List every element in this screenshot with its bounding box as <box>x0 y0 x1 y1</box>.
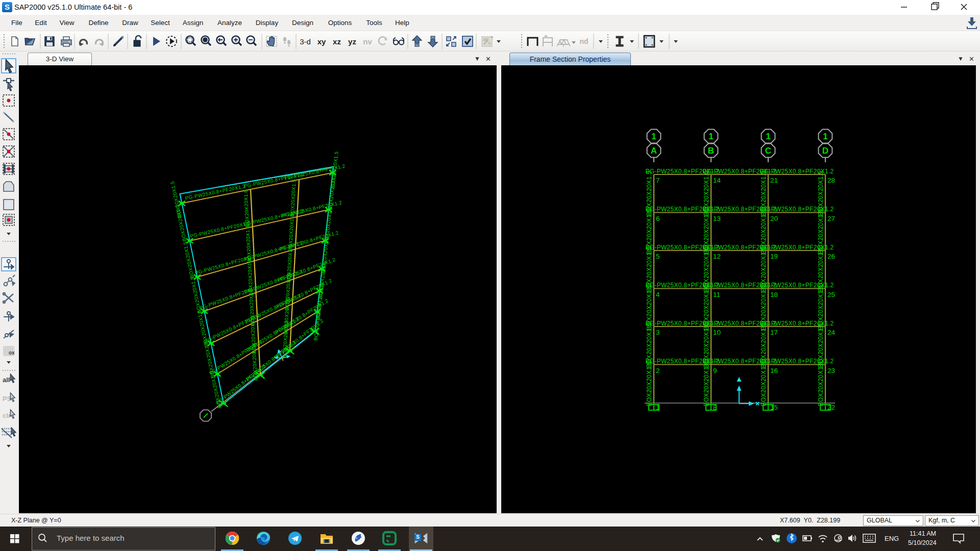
svg-text:BOX20X20X1.5: BOX20X20X1.5 <box>760 361 767 406</box>
svg-text:all: all <box>3 376 10 384</box>
svg-text:S: S <box>416 534 420 540</box>
svg-text:5: 5 <box>656 253 660 260</box>
svg-text:yz: yz <box>348 37 356 46</box>
svg-text:16: 16 <box>770 367 778 374</box>
svg-text:17: 17 <box>770 329 778 336</box>
svg-text:xy: xy <box>317 37 326 46</box>
svg-text:BOX20X20X1.6: BOX20X20X1.6 <box>703 361 710 406</box>
svg-text:28: 28 <box>827 177 835 184</box>
svg-text:18: 18 <box>770 291 778 298</box>
svg-text:25: 25 <box>827 291 835 298</box>
svg-text:23: 23 <box>827 367 835 374</box>
svg-text:BOX20X20X1.5: BOX20X20X1.5 <box>174 204 187 242</box>
svg-text:24: 24 <box>827 329 836 336</box>
svg-text:13: 13 <box>713 215 721 222</box>
svg-text:9: 9 <box>713 367 717 374</box>
svg-text:20: 20 <box>770 215 778 222</box>
svg-text:D: D <box>822 146 828 156</box>
svg-text:1: 1 <box>651 132 656 141</box>
svg-text:B: B <box>708 146 714 156</box>
svg-text:nv: nv <box>363 37 372 46</box>
svg-text:1: 1 <box>823 132 827 141</box>
svg-text:14: 14 <box>713 177 721 184</box>
svg-text:3-d: 3-d <box>300 37 311 46</box>
svg-text:12: 12 <box>713 253 721 260</box>
svg-text:1: 1 <box>766 132 770 141</box>
svg-text:BOX20X20X1.5: BOX20X20X1.5 <box>646 361 653 406</box>
svg-text:2: 2 <box>656 367 660 374</box>
svg-text:19: 19 <box>770 253 778 260</box>
svg-text:1: 1 <box>708 132 713 141</box>
svg-text:C: C <box>765 146 771 156</box>
svg-text:21: 21 <box>770 177 778 184</box>
svg-text:7: 7 <box>656 177 660 184</box>
svg-text:27: 27 <box>827 215 835 222</box>
svg-text:26: 26 <box>827 253 835 260</box>
svg-text:nd: nd <box>579 37 588 45</box>
svg-text:BOX20X20X1.5: BOX20X20X1.5 <box>189 276 203 314</box>
svg-text:3: 3 <box>656 329 660 336</box>
svg-text:6: 6 <box>656 215 660 222</box>
svg-text:ox: ox <box>9 350 15 356</box>
svg-text:clr: clr <box>3 412 11 419</box>
svg-text:11: 11 <box>713 291 720 298</box>
svg-text:A: A <box>651 146 657 156</box>
svg-text:BOX20X20X1.5: BOX20X20X1.5 <box>817 361 824 406</box>
svg-text:4: 4 <box>656 291 660 298</box>
svg-text:BOX20X20X1.5: BOX20X20X1.5 <box>182 241 195 279</box>
svg-text:xz: xz <box>333 37 341 46</box>
svg-text:10: 10 <box>713 329 721 336</box>
